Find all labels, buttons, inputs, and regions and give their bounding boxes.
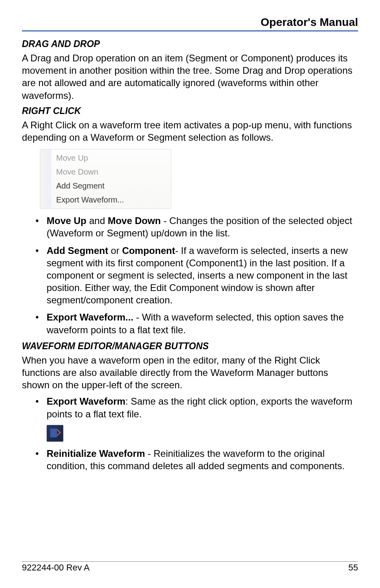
- paragraph-right-click: A Right Click on a waveform tree item ac…: [22, 119, 358, 144]
- section-heading-right-click: RIGHT CLICK: [22, 106, 358, 116]
- bullet-bold-reinitialize: Reinitialize Waveform: [47, 448, 145, 459]
- bullet-bold-export-waveform: Export Waveform: [47, 396, 125, 407]
- menu-item-add-segment[interactable]: Add Segment: [51, 179, 171, 193]
- bullet-add-segment: Add Segment or Component- If a waveform …: [22, 244, 358, 307]
- export-waveform-icon: [47, 425, 63, 442]
- bullet-list-reinitialize: Reinitialize Waveform - Reinitializes th…: [22, 447, 358, 472]
- bullet-text: and: [86, 215, 108, 226]
- paragraph-drag-and-drop: A Drag and Drop operation on an item (Se…: [22, 52, 358, 102]
- bullet-list-right-click: Move Up and Move Down - Changes the posi…: [22, 214, 358, 336]
- context-menu-items: Move Up Move Down Add Segment Export Wav…: [51, 149, 171, 208]
- bullet-list-waveform-buttons: Export Waveform: Same as the right click…: [22, 395, 358, 420]
- bullet-export-waveform-button: Export Waveform: Same as the right click…: [22, 395, 358, 420]
- section-heading-waveform-editor: WAVEFORM EDITOR/MANAGER BUTTONS: [22, 341, 358, 352]
- menu-item-move-up[interactable]: Move Up: [51, 151, 171, 165]
- bullet-bold-add-segment: Add Segment: [47, 245, 108, 256]
- bullet-bold-component: Component: [122, 245, 175, 256]
- page-footer: 922244-00 Rev A 55: [22, 561, 358, 573]
- footer-rev: 922244-00 Rev A: [22, 562, 90, 573]
- menu-item-move-down[interactable]: Move Down: [51, 165, 171, 179]
- paragraph-waveform-editor: When you have a waveform open in the edi…: [22, 354, 358, 391]
- context-menu-gutter: [40, 149, 51, 208]
- bullet-bold-move-up: Move Up: [47, 215, 86, 226]
- footer-page-number: 55: [349, 562, 358, 573]
- section-heading-drag-and-drop: DRAG AND DROP: [22, 39, 358, 49]
- bullet-bold-move-down: Move Down: [108, 215, 161, 226]
- bullet-move-up-down: Move Up and Move Down - Changes the posi…: [22, 214, 358, 239]
- page-header: Operator's Manual: [22, 16, 358, 31]
- menu-item-export-waveform[interactable]: Export Waveform...: [51, 193, 171, 207]
- bullet-bold-export-waveform: Export Waveform...: [47, 312, 133, 323]
- bullet-reinitialize-waveform: Reinitialize Waveform - Reinitializes th…: [22, 447, 358, 472]
- bullet-text: or: [108, 245, 122, 256]
- bullet-export-waveform: Export Waveform... - With a waveform sel…: [22, 311, 358, 336]
- context-menu: Move Up Move Down Add Segment Export Wav…: [40, 149, 171, 209]
